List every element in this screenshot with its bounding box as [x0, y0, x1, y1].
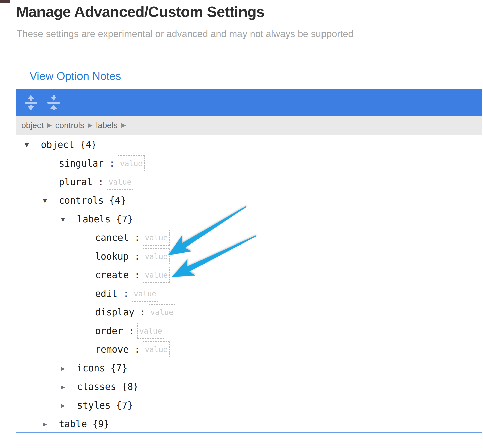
value-box-display[interactable]: value — [149, 304, 175, 320]
value-box-order[interactable]: value — [137, 323, 164, 339]
tree-key-lookup: lookup — [95, 251, 129, 262]
key-value-colon: : — [129, 232, 140, 243]
child-count-table: {9} — [92, 419, 109, 429]
breadcrumb-separator-icon: ▶ — [121, 121, 126, 129]
tree-row-lookup: lookup :value — [16, 247, 482, 266]
expand-all-button[interactable] — [23, 94, 39, 112]
breadcrumb-item-controls[interactable]: controls — [55, 120, 85, 130]
tree-key-icons: icons — [77, 363, 105, 374]
collapsed-toggle-icon-classes[interactable]: ▶ — [61, 383, 77, 391]
tree-key-table: table — [59, 419, 87, 429]
tree-row-controls: ▼controls{4} — [16, 191, 482, 210]
key-value-colon: : — [104, 158, 115, 169]
tree-row-plural: plural :value — [16, 173, 482, 191]
value-box-edit[interactable]: value — [132, 286, 158, 302]
json-editor-toolbar — [16, 89, 482, 116]
tree-key-create: create — [95, 270, 129, 280]
expanded-toggle-icon-object[interactable]: ▼ — [25, 141, 41, 149]
value-box-create[interactable]: value — [143, 267, 170, 283]
child-count-labels: {7} — [116, 214, 133, 225]
expand-vertical-icon — [25, 95, 37, 110]
breadcrumb-item-object[interactable]: object — [21, 120, 44, 130]
key-value-colon: : — [117, 288, 129, 299]
value-box-singular[interactable]: value — [118, 155, 145, 171]
value-box-remove[interactable]: value — [143, 341, 170, 357]
breadcrumb: object▶controls▶labels▶ — [16, 116, 482, 135]
page-subtitle: These settings are experimental or advan… — [17, 28, 353, 40]
tree-key-labels: labels — [77, 214, 111, 225]
child-count-icons: {7} — [110, 363, 127, 374]
tree-key-object: object — [41, 139, 74, 150]
tree-row-remove: remove :value — [16, 340, 482, 359]
breadcrumb-separator-icon: ▶ — [47, 121, 52, 129]
collapse-all-button[interactable] — [46, 94, 61, 112]
value-box-cancel[interactable]: value — [143, 230, 170, 246]
tree-key-styles: styles — [77, 400, 111, 411]
tree-row-object: ▼object{4} — [16, 135, 482, 154]
page-title: Manage Advanced/Custom Settings — [16, 4, 264, 20]
tree-row-icons: ▶icons{7} — [16, 359, 482, 377]
json-tree: ▼object{4}singular :valueplural :value▼c… — [16, 135, 482, 433]
tree-key-controls: controls — [59, 195, 104, 206]
tree-key-edit: edit — [95, 288, 117, 299]
tree-row-display: display :value — [16, 303, 482, 321]
tree-row-edit: edit :value — [16, 284, 482, 303]
tree-key-classes: classes — [77, 381, 116, 392]
tree-row-create: create :value — [16, 266, 482, 284]
tree-key-display: display — [95, 307, 134, 318]
value-box-lookup[interactable]: value — [143, 248, 170, 264]
child-count-styles: {7} — [116, 400, 133, 411]
tree-row-cancel: cancel :value — [16, 228, 482, 247]
expanded-toggle-icon-controls[interactable]: ▼ — [43, 197, 59, 205]
collapse-vertical-icon — [47, 95, 60, 110]
collapsed-toggle-icon-icons[interactable]: ▶ — [61, 364, 77, 372]
key-value-colon: : — [129, 344, 140, 355]
tree-key-singular: singular — [59, 158, 104, 169]
child-count-object: {4} — [80, 139, 97, 150]
value-box-plural[interactable]: value — [107, 174, 133, 190]
collapsed-toggle-icon-table[interactable]: ▶ — [43, 420, 59, 428]
tree-row-table: ▶table{9} — [16, 415, 482, 433]
tree-key-order: order — [95, 325, 123, 336]
tree-key-remove: remove — [95, 344, 129, 355]
child-count-controls: {4} — [109, 195, 126, 206]
breadcrumb-separator-icon: ▶ — [88, 121, 92, 129]
child-count-classes: {8} — [122, 381, 139, 392]
view-option-notes-link[interactable]: View Option Notes — [30, 70, 121, 83]
tree-row-labels: ▼labels{7} — [16, 210, 482, 228]
tree-key-cancel: cancel — [95, 232, 129, 243]
collapsed-toggle-icon-styles[interactable]: ▶ — [61, 401, 77, 409]
tree-row-singular: singular :value — [16, 154, 482, 173]
expanded-toggle-icon-labels[interactable]: ▼ — [61, 215, 77, 223]
key-value-colon: : — [93, 177, 104, 187]
cropped-corner-artifact — [0, 0, 10, 3]
key-value-colon: : — [134, 307, 146, 318]
key-value-colon: : — [123, 325, 134, 336]
tree-row-order: order :value — [16, 321, 482, 340]
tree-key-plural: plural — [59, 177, 93, 187]
tree-row-styles: ▶styles{7} — [16, 396, 482, 415]
tree-row-classes: ▶classes{8} — [16, 377, 482, 396]
key-value-colon: : — [129, 270, 140, 280]
json-editor-panel: object▶controls▶labels▶ ▼object{4}singul… — [16, 89, 482, 433]
key-value-colon: : — [129, 251, 140, 262]
breadcrumb-item-labels[interactable]: labels — [96, 120, 118, 130]
